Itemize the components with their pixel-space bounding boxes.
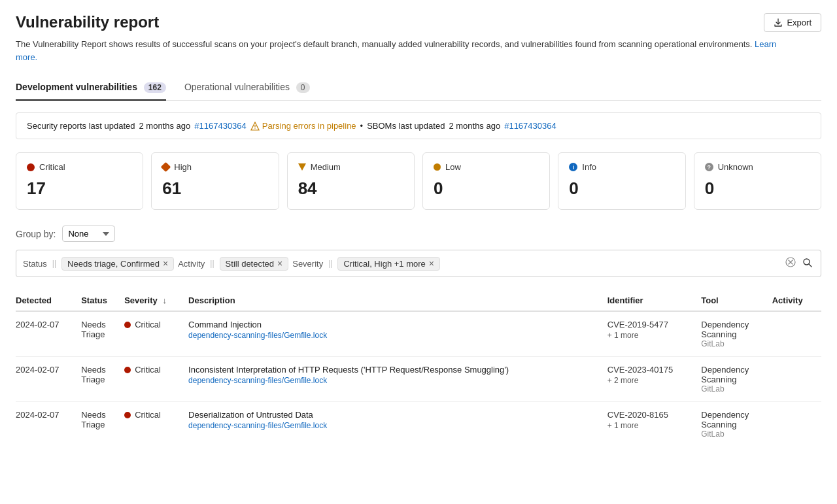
- severity-dot: [124, 367, 131, 373]
- tabs: Development vulnerabilities 162 Operatio…: [16, 75, 821, 101]
- export-button[interactable]: Export: [764, 13, 821, 32]
- filter-bar-right: [784, 256, 814, 271]
- high-count: 61: [162, 178, 267, 199]
- cell-description: Inconsistent Interpretation of HTTP Requ…: [188, 357, 607, 402]
- identifier-value: CVE-2019-5477: [607, 320, 694, 329]
- low-icon: [434, 163, 441, 171]
- sboms-time: 2 months ago: [449, 121, 500, 131]
- low-count: 0: [434, 178, 539, 199]
- identifier-value: CVE-2023-40175: [607, 365, 694, 375]
- identifier-more: + 1 more: [607, 421, 694, 430]
- groupby-label: Group by:: [16, 229, 56, 239]
- severity-filter-tag: Critical, High +1 more ×: [337, 257, 440, 271]
- severity-card-info[interactable]: i Info 0: [558, 152, 685, 210]
- tab-dev-vulnerabilities[interactable]: Development vulnerabilities 162: [16, 75, 166, 101]
- table-row: 2024-02-07 Needs Triage Critical Deseria…: [16, 402, 821, 447]
- severity-card-medium[interactable]: Medium 84: [287, 152, 415, 210]
- table-header-row: Detected Status Severity ↓ Description I…: [16, 290, 821, 311]
- cell-identifier: CVE-2019-5477 + 1 more: [607, 311, 702, 357]
- cell-description: Deserialization of Untrusted Data depend…: [188, 402, 607, 447]
- severity-label: Critical: [135, 320, 161, 329]
- info-count: 0: [569, 178, 674, 199]
- tab-ops-vulnerabilities[interactable]: Operational vulnerabilities 0: [184, 75, 310, 101]
- high-icon: [161, 162, 171, 173]
- cell-identifier: CVE-2020-8165 + 1 more: [607, 402, 702, 447]
- status-sep: ||: [51, 259, 58, 268]
- severity-card-high[interactable]: High 61: [151, 152, 279, 210]
- cell-description: Command Injection dependency-scanning-fi…: [188, 311, 607, 357]
- cell-status: Needs Triage: [81, 402, 124, 447]
- critical-count: 17: [27, 178, 132, 199]
- col-activity: Activity: [772, 290, 821, 311]
- severity-dot: [124, 412, 131, 418]
- description-title: Inconsistent Interpretation of HTTP Requ…: [188, 365, 600, 375]
- info-icon: i: [569, 163, 577, 171]
- severity-dot: [124, 322, 131, 328]
- cell-tool: Dependency Scanning GitLab: [701, 402, 772, 447]
- security-reports-label: Security reports last updated: [27, 121, 135, 131]
- tabs-container: Development vulnerabilities 162 Operatio…: [16, 75, 821, 101]
- cell-tool: Dependency Scanning GitLab: [701, 311, 772, 357]
- pipeline-link-2[interactable]: #1167430364: [504, 121, 556, 131]
- cell-status: Needs Triage: [81, 311, 124, 357]
- vulnerability-table: Detected Status Severity ↓ Description I…: [16, 290, 821, 446]
- severity-card-unknown[interactable]: ? Unknown 0: [694, 152, 821, 210]
- alert-bar: Security reports last updated 2 months a…: [16, 112, 821, 139]
- table-row: 2024-02-07 Needs Triage Critical Inconsi…: [16, 357, 821, 402]
- tool-sub: GitLab: [701, 429, 764, 439]
- severity-filter-label: Severity: [292, 259, 323, 269]
- description-link[interactable]: dependency-scanning-files/Gemfile.lock: [188, 376, 600, 385]
- remove-status-filter-button[interactable]: ×: [163, 259, 168, 268]
- unknown-icon: ?: [705, 163, 713, 171]
- tool-name: Dependency Scanning: [701, 410, 764, 429]
- clear-icon: [785, 257, 796, 267]
- col-severity[interactable]: Severity ↓: [124, 290, 188, 311]
- svg-point-1: [254, 127, 255, 128]
- severity-sep: ||: [327, 259, 333, 268]
- clear-filters-button[interactable]: [784, 256, 797, 271]
- cell-detected: 2024-02-07: [16, 402, 81, 447]
- identifier-more: + 2 more: [607, 376, 694, 385]
- groupby-row: Group by: None Tool Severity Status: [16, 226, 821, 242]
- critical-icon: [27, 163, 35, 171]
- page-description: The Vulnerability Report shows results o…: [16, 38, 787, 63]
- activity-sep: ||: [209, 259, 215, 268]
- col-description: Description: [188, 290, 607, 311]
- col-tool: Tool: [701, 290, 772, 311]
- cell-status: Needs Triage: [81, 357, 124, 402]
- filter-bar: Status || Needs triage, Confirmed × Acti…: [16, 250, 821, 277]
- cell-tool: Dependency Scanning GitLab: [701, 357, 772, 402]
- cell-detected: 2024-02-07: [16, 357, 81, 402]
- description-link[interactable]: dependency-scanning-files/Gemfile.lock: [188, 331, 600, 340]
- severity-card-critical[interactable]: Critical 17: [16, 152, 143, 210]
- description-title: Deserialization of Untrusted Data: [188, 410, 600, 420]
- export-icon: [774, 18, 783, 27]
- groupby-select[interactable]: None Tool Severity Status: [62, 226, 115, 242]
- pipeline-link-1[interactable]: #1167430364: [194, 121, 247, 131]
- unknown-count: 0: [705, 178, 810, 199]
- page-title: Vulnerability report: [16, 13, 159, 31]
- severity-label: Critical: [135, 365, 161, 375]
- table-row: 2024-02-07 Needs Triage Critical Command…: [16, 311, 821, 357]
- cell-identifier: CVE-2023-40175 + 2 more: [607, 357, 702, 402]
- sort-icon: ↓: [162, 295, 167, 305]
- description-link[interactable]: dependency-scanning-files/Gemfile.lock: [188, 421, 600, 430]
- remove-severity-filter-button[interactable]: ×: [429, 259, 434, 268]
- col-status: Status: [81, 290, 124, 311]
- tool-sub: GitLab: [701, 384, 764, 394]
- tool-sub: GitLab: [701, 339, 764, 348]
- medium-icon: [298, 163, 306, 171]
- severity-card-low[interactable]: Low 0: [422, 152, 550, 210]
- security-reports-time: 2 months ago: [139, 121, 190, 131]
- col-identifier: Identifier: [607, 290, 702, 311]
- search-button[interactable]: [801, 256, 814, 271]
- remove-activity-filter-button[interactable]: ×: [277, 259, 282, 268]
- status-filter-label: Status: [23, 259, 47, 269]
- cell-severity: Critical: [124, 311, 188, 357]
- tool-name: Dependency Scanning: [701, 320, 764, 339]
- cell-detected: 2024-02-07: [16, 311, 81, 357]
- search-icon: [802, 258, 813, 268]
- cell-severity: Critical: [124, 357, 188, 402]
- activity-filter-tag: Still detected ×: [220, 257, 289, 271]
- cell-activity: [772, 311, 821, 357]
